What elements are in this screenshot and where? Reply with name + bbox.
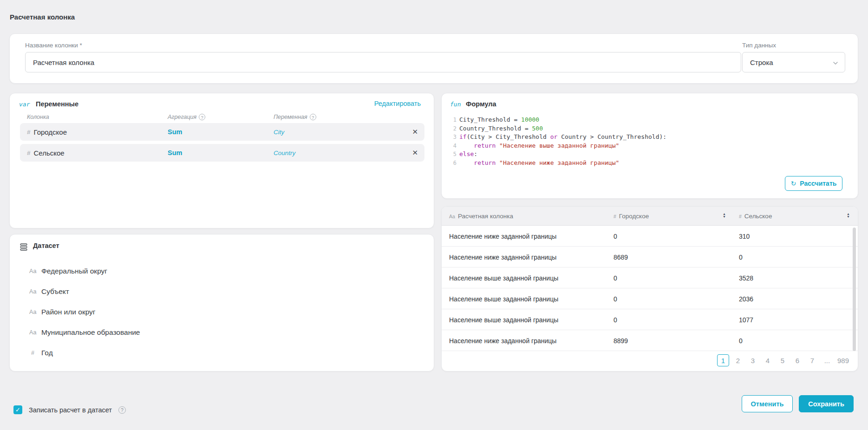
string-type-icon: Аа: [29, 288, 41, 295]
page-button[interactable]: 989: [836, 354, 850, 366]
cell-city: 0: [613, 267, 617, 288]
dataset-field[interactable]: Аа Муниципальное образование: [10, 322, 434, 343]
header-country-column[interactable]: # Сельское: [739, 207, 772, 226]
page-button[interactable]: 3: [747, 354, 759, 366]
page-button[interactable]: 6: [791, 354, 803, 366]
cell-calculated: Население ниже заданной границы: [449, 226, 556, 247]
cell-country: 3528: [739, 267, 753, 288]
dataset-panel: Датасет Аа Федеральный округ Аа Субъект …: [9, 234, 434, 371]
formula-title: Формула: [466, 100, 496, 108]
calculate-button[interactable]: ↻ Рассчитать: [785, 176, 842, 191]
variables-panel: var Переменные Редактировать Колонка Агр…: [9, 93, 434, 228]
aggregation-selector[interactable]: Sum: [168, 144, 182, 162]
write-to-dataset-label: Записать расчет в датасет: [29, 406, 112, 414]
help-icon[interactable]: ?: [118, 406, 126, 414]
calculated-column-dialog: Расчетная колонка Название колонки * Тип…: [0, 0, 868, 430]
var-badge-icon: var: [19, 101, 30, 108]
table-row: Население выше заданной границы 0 2036: [442, 288, 858, 309]
header-calculated-column[interactable]: Аа Расчетная колонка: [449, 207, 513, 226]
table-row: Население выше заданной границы 0 3528: [442, 267, 858, 288]
chevron-down-icon: [833, 59, 838, 65]
fun-badge-icon: fun: [450, 101, 461, 108]
remove-variable-icon[interactable]: ✕: [412, 144, 418, 162]
number-type-icon: #: [29, 370, 41, 371]
preview-table-panel: Аа Расчетная колонка # Городское ▲▼ # Се…: [441, 206, 858, 371]
code-line: 6 return "Население ниже заданной границ…: [450, 159, 666, 168]
cell-city: 0: [613, 226, 617, 247]
pagination: 1 2 3 4 5 6 7 ... 989: [717, 354, 850, 367]
dataset-title: Датасет: [33, 242, 59, 249]
cell-city: 0: [613, 288, 617, 309]
dataset-field[interactable]: Аа Федеральный округ: [10, 261, 434, 281]
dataset-field[interactable]: Аа Субъект: [10, 281, 434, 302]
variable-name[interactable]: City: [274, 123, 284, 141]
column-header-aggregation: Агрегация ?: [168, 114, 205, 120]
code-line: 2Country_Threshold = 500: [450, 124, 666, 133]
page-button[interactable]: 7: [806, 354, 818, 366]
string-type-icon: Аа: [449, 214, 455, 219]
help-icon[interactable]: ?: [310, 114, 316, 120]
cell-country: 0: [739, 330, 743, 351]
write-to-dataset-option: ✓ Записать расчет в датасет ?: [13, 405, 126, 414]
cancel-button[interactable]: Отменить: [742, 395, 793, 412]
code-line: 1City_Threshold = 10000: [450, 116, 666, 124]
data-type-value: Строка: [750, 59, 833, 66]
variables-title: Переменные: [36, 100, 78, 108]
remove-variable-icon[interactable]: ✕: [412, 123, 418, 141]
column-header-column: Колонка: [27, 114, 49, 120]
variable-column-name: # Сельское: [27, 144, 65, 162]
variable-name[interactable]: Country: [274, 144, 295, 162]
table-row: Население ниже заданной границы 0 310: [442, 226, 858, 247]
aggregation-selector[interactable]: Sum: [168, 123, 182, 141]
number-type-icon: #: [613, 214, 616, 219]
edit-variables-link[interactable]: Редактировать: [374, 100, 421, 107]
refresh-icon: ↻: [791, 180, 796, 187]
code-line: 4 return "Население выше заданной границ…: [450, 142, 666, 150]
table-scrollbar[interactable]: [853, 228, 856, 351]
sort-icon[interactable]: ▲▼: [723, 213, 726, 218]
number-type-icon: #: [29, 350, 41, 356]
data-type-select[interactable]: Строка: [742, 52, 845, 72]
string-type-icon: Аа: [29, 329, 41, 336]
formula-code-editor[interactable]: 1City_Threshold = 10000 2Country_Thresho…: [450, 116, 666, 167]
page-button[interactable]: 1: [717, 354, 729, 366]
help-icon[interactable]: ?: [199, 114, 205, 120]
formula-panel: fun Формула 1City_Threshold = 10000 2Cou…: [441, 93, 858, 199]
code-line: 5else:: [450, 150, 666, 159]
table-row: Население выше заданной границы 0 1077: [442, 309, 858, 330]
cell-calculated: Население выше заданной границы: [449, 267, 558, 288]
cell-country: 1077: [739, 309, 753, 330]
dataset-field-list: Аа Федеральный округ Аа Субъект Аа Район…: [10, 261, 434, 371]
number-type-icon: #: [27, 150, 31, 156]
table-row: Население ниже заданной границы 8899 0: [442, 330, 858, 351]
dataset-field[interactable]: # Н: [10, 363, 434, 371]
sort-icon[interactable]: ▲▼: [847, 213, 850, 218]
page-button[interactable]: 5: [777, 354, 789, 366]
string-type-icon: Аа: [29, 268, 41, 274]
database-icon: [19, 242, 28, 254]
cell-country: 0: [739, 247, 743, 267]
save-button[interactable]: Сохранить: [799, 395, 854, 412]
number-type-icon: #: [27, 129, 31, 136]
dataset-field[interactable]: # Год: [10, 343, 434, 363]
cell-city: 8899: [613, 330, 628, 351]
check-icon: ✓: [15, 406, 20, 413]
preview-table-header: Аа Расчетная колонка # Городское ▲▼ # Се…: [442, 207, 858, 226]
page-ellipsis: ...: [821, 354, 833, 366]
table-row: Население ниже заданной границы 8689 0: [442, 247, 858, 267]
variable-row: # Сельское Sum Country ✕: [20, 144, 424, 162]
page-button[interactable]: 2: [732, 354, 744, 366]
data-type-label: Тип данных: [742, 42, 776, 49]
cell-city: 8689: [613, 247, 628, 267]
page-title: Расчетная колонка: [10, 13, 75, 21]
page-button[interactable]: 4: [762, 354, 774, 366]
column-name-label: Название колонки *: [25, 42, 82, 49]
column-header-variable: Переменная ?: [274, 114, 316, 120]
cell-calculated: Население выше заданной границы: [449, 309, 558, 330]
header-city-column[interactable]: # Городское: [613, 207, 649, 226]
dataset-field[interactable]: Аа Район или округ: [10, 302, 434, 322]
write-to-dataset-checkbox[interactable]: ✓: [13, 405, 22, 414]
cell-country: 310: [739, 226, 750, 247]
column-name-input[interactable]: [25, 52, 741, 72]
code-line: 3if(City > City_Threshold or Country > C…: [450, 133, 666, 142]
